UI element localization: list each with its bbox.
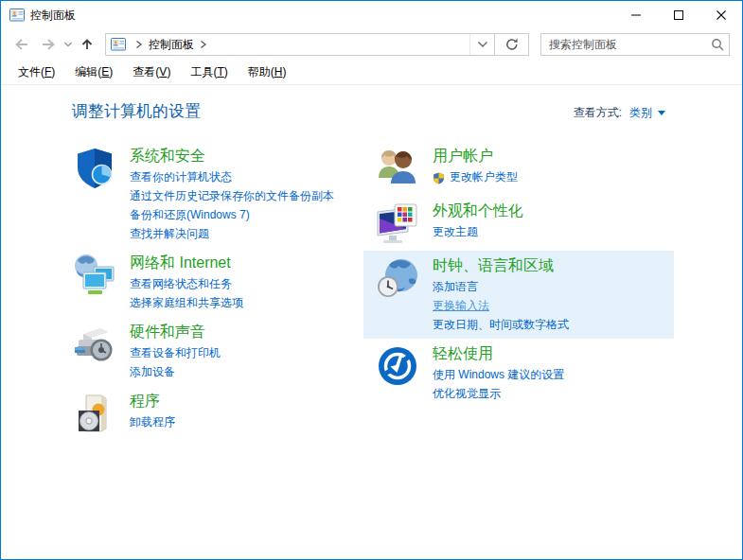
- category-system-and-security: 系统和安全 查看你的计算机状态通过文件历史记录保存你的文件备份副本备份和还原(W…: [61, 141, 363, 248]
- category-user-accounts: 用户帐户 更改帐户类型: [363, 141, 674, 196]
- column-left: 系统和安全 查看你的计算机状态通过文件历史记录保存你的文件备份副本备份和还原(W…: [61, 141, 363, 441]
- task-link[interactable]: 优化视觉显示: [433, 384, 501, 403]
- menu-bar: 文件(F)编辑(E)查看(V)工具(T)帮助(H): [1, 60, 742, 85]
- address-bar[interactable]: 控制面板: [105, 33, 495, 56]
- category-task-links: 查看设备和打印机添加设备: [130, 343, 221, 381]
- close-icon: [716, 10, 726, 20]
- category-task-links: 查看网络状态和任务选择家庭组和共享选项: [130, 274, 243, 312]
- task-link[interactable]: 查找并解决问题: [130, 224, 209, 243]
- navigation-bar: 控制面板: [1, 29, 742, 60]
- task-link-row: 卸载程序: [130, 412, 175, 431]
- search-icon[interactable]: [706, 38, 729, 51]
- task-link[interactable]: 添加设备: [130, 362, 175, 381]
- refresh-button[interactable]: [494, 33, 529, 56]
- task-link[interactable]: 更换输入法: [433, 296, 489, 315]
- view-by-value[interactable]: 类别: [629, 105, 652, 121]
- task-link-row: 查看网络状态和任务: [130, 274, 243, 293]
- task-link-row: 添加设备: [130, 362, 221, 381]
- category-title-link[interactable]: 硬件和声音: [130, 322, 221, 341]
- menu-edit[interactable]: 编辑(E): [67, 61, 120, 83]
- task-link-row: 查看设备和打印机: [130, 343, 221, 362]
- menu-view[interactable]: 查看(V): [125, 61, 178, 83]
- title-bar: 控制面板: [1, 1, 742, 29]
- column-right: 用户帐户 更改帐户类型 外观和个性化 更改主题 时钟、语言和区域 添加语言更换输…: [363, 141, 674, 408]
- category-hardware-and-sound: 硬件和声音 查看设备和打印机添加设备: [61, 317, 363, 386]
- view-by-label: 查看方式:: [574, 105, 622, 121]
- task-link-row: 优化视觉显示: [433, 384, 564, 403]
- task-link-row: 更改日期、时间或数字格式: [433, 315, 569, 334]
- category-title-link[interactable]: 轻松使用: [433, 343, 564, 363]
- chevron-down-icon: [63, 41, 73, 48]
- globe-monitors-icon[interactable]: [72, 253, 117, 298]
- menu-help[interactable]: 帮助(H): [240, 61, 294, 83]
- task-link-row: 使用 Windows 建议的设置: [433, 365, 564, 384]
- task-link[interactable]: 卸载程序: [130, 412, 175, 431]
- back-button[interactable]: [9, 31, 35, 58]
- breadcrumb-control-panel[interactable]: 控制面板: [149, 37, 194, 53]
- control-panel-icon: [111, 37, 126, 52]
- task-link[interactable]: 添加语言: [433, 277, 478, 296]
- maximize-icon: [674, 10, 683, 20]
- category-programs: 程序 卸载程序: [61, 386, 363, 441]
- category-title-link[interactable]: 时钟、语言和区域: [433, 255, 569, 275]
- page-title: 调整计算机的设置: [72, 100, 201, 122]
- category-task-links: 添加语言更换输入法更改日期、时间或数字格式: [433, 277, 569, 334]
- task-link[interactable]: 查看网络状态和任务: [130, 274, 232, 293]
- control-panel-icon: [9, 8, 25, 23]
- task-link[interactable]: 备份和还原(Windows 7): [130, 205, 250, 224]
- category-task-links: 使用 Windows 建议的设置优化视觉显示: [433, 365, 564, 403]
- ease-of-access-icon[interactable]: [375, 343, 420, 389]
- minimize-icon: [631, 10, 641, 20]
- content-area: 调整计算机的设置 查看方式: 类别 系统和安全 查看你的计算机状态通过文件历史记…: [1, 85, 742, 559]
- up-arrow-icon: [79, 37, 96, 52]
- category-clock-language-region: 时钟、语言和区域 添加语言更换输入法更改日期、时间或数字格式: [363, 251, 674, 339]
- task-link[interactable]: 更改日期、时间或数字格式: [433, 315, 569, 334]
- category-title-link[interactable]: 网络和 Internet: [130, 253, 243, 272]
- category-title-link[interactable]: 外观和个性化: [433, 201, 523, 220]
- task-link[interactable]: 查看设备和打印机: [130, 343, 221, 362]
- task-link[interactable]: 查看你的计算机状态: [130, 167, 232, 186]
- category-title-link[interactable]: 程序: [130, 391, 175, 411]
- task-link[interactable]: 更改帐户类型: [450, 167, 518, 186]
- printer-icon[interactable]: [72, 322, 117, 367]
- task-link-row: 更改帐户类型: [433, 167, 518, 186]
- category-task-links: 查看你的计算机状态通过文件历史记录保存你的文件备份副本备份和还原(Windows…: [130, 167, 334, 243]
- category-network-and-internet: 网络和 Internet 查看网络状态和任务选择家庭组和共享选项: [61, 248, 363, 317]
- task-link-row: 添加语言: [433, 277, 569, 296]
- forward-arrow-icon: [40, 37, 57, 52]
- search-input[interactable]: [541, 38, 706, 51]
- task-link[interactable]: 通过文件历史记录保存你的文件备份副本: [130, 186, 334, 205]
- task-link[interactable]: 使用 Windows 建议的设置: [433, 365, 564, 384]
- task-link-row: 选择家庭组和共享选项: [130, 293, 243, 312]
- forward-button[interactable]: [35, 31, 62, 58]
- category-task-links: 卸载程序: [130, 412, 175, 431]
- address-dropdown-button[interactable]: [469, 34, 494, 55]
- monitor-palette-icon[interactable]: [375, 201, 420, 246]
- breadcrumb-chevron-icon[interactable]: [200, 40, 207, 49]
- category-appearance-and-personalization: 外观和个性化 更改主题: [363, 196, 674, 251]
- menu-file[interactable]: 文件(F): [10, 61, 62, 83]
- control-panel-window: 控制面板: [0, 0, 743, 560]
- task-link[interactable]: 更改主题: [433, 222, 478, 241]
- category-title-link[interactable]: 用户帐户: [433, 146, 518, 166]
- category-ease-of-access: 轻松使用 使用 Windows 建议的设置优化视觉显示: [363, 339, 674, 408]
- minimize-button[interactable]: [614, 1, 657, 29]
- close-button[interactable]: [699, 1, 742, 29]
- maximize-button[interactable]: [657, 1, 699, 29]
- category-task-links: 更改主题: [433, 222, 523, 241]
- task-link-row: 更改主题: [433, 222, 523, 241]
- up-button[interactable]: [75, 31, 99, 58]
- shield-icon[interactable]: [72, 146, 117, 191]
- globe-clock-icon[interactable]: [375, 255, 420, 301]
- software-box-cd-icon[interactable]: [72, 391, 117, 436]
- search-box[interactable]: [540, 33, 730, 56]
- breadcrumb-chevron-icon[interactable]: [135, 40, 143, 49]
- two-users-icon[interactable]: [375, 146, 420, 191]
- task-link[interactable]: 选择家庭组和共享选项: [130, 293, 243, 312]
- recent-locations-button[interactable]: [62, 31, 75, 58]
- category-title-link[interactable]: 系统和安全: [130, 146, 334, 166]
- task-link-row: 更换输入法: [433, 296, 569, 315]
- chevron-down-icon[interactable]: [658, 111, 665, 115]
- task-link-row: 通过文件历史记录保存你的文件备份副本: [130, 186, 334, 205]
- menu-tools[interactable]: 工具(T): [183, 61, 235, 83]
